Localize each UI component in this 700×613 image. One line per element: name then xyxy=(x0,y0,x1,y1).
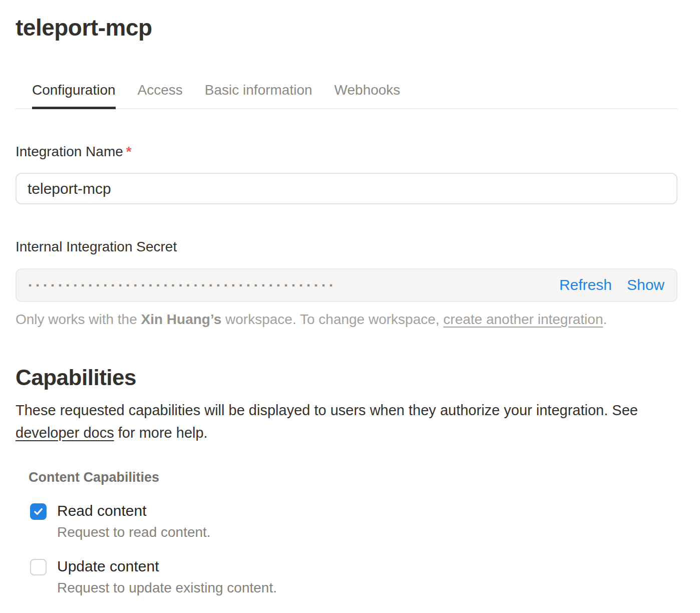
required-asterisk: * xyxy=(126,144,132,159)
refresh-secret-button[interactable]: Refresh xyxy=(559,276,612,294)
checked-checkbox[interactable] xyxy=(30,503,47,520)
workspace-helper-text: Only works with the Xin Huang’s workspac… xyxy=(16,311,677,329)
capability-section-heading: Content Capabilities xyxy=(29,469,677,485)
helper-middle: workspace. To change workspace, xyxy=(221,312,443,327)
tab-basic-information[interactable]: Basic information xyxy=(205,82,312,109)
unchecked-checkbox[interactable] xyxy=(30,559,47,575)
capabilities-description: These requested capabilities will be dis… xyxy=(16,399,677,444)
helper-prefix: Only works with the xyxy=(16,312,141,327)
capability-item: Read contentRequest to read content. xyxy=(30,502,677,541)
show-secret-button[interactable]: Show xyxy=(627,276,664,294)
integration-name-label-text: Integration Name xyxy=(16,144,123,159)
integration-secret-field[interactable]: ▪▪▪▪▪▪▪▪▪▪▪▪▪▪▪▪▪▪▪▪▪▪▪▪▪▪▪▪▪▪▪▪▪▪▪▪▪▪▪▪… xyxy=(16,268,677,302)
developer-docs-link[interactable]: developer docs xyxy=(16,425,114,441)
capabilities-description-suffix: for more help. xyxy=(114,425,208,441)
integration-name-input[interactable] xyxy=(16,173,677,204)
capability-item-label: Read content xyxy=(57,502,211,520)
capability-item-text: Read contentRequest to read content. xyxy=(57,502,211,541)
workspace-name: Xin Huang’s xyxy=(141,312,222,327)
capabilities-description-text: These requested capabilities will be dis… xyxy=(16,402,638,418)
secret-actions: Refresh Show xyxy=(549,276,664,294)
integration-settings-page: teleport-mcp ConfigurationAccessBasic in… xyxy=(0,0,700,613)
page-title: teleport-mcp xyxy=(16,14,677,42)
tab-configuration[interactable]: Configuration xyxy=(32,82,116,109)
capability-item-description: Request to update existing content. xyxy=(57,579,277,596)
capabilities-heading: Capabilities xyxy=(16,365,677,391)
capabilities-sections: Content CapabilitiesRead contentRequest … xyxy=(16,469,677,613)
capability-item-label: Update content xyxy=(57,557,277,575)
capability-item-description: Request to read content. xyxy=(57,524,211,541)
integration-name-label: Integration Name* xyxy=(16,143,677,160)
integration-secret-label: Internal Integration Secret xyxy=(16,238,677,255)
masked-secret-value: ▪▪▪▪▪▪▪▪▪▪▪▪▪▪▪▪▪▪▪▪▪▪▪▪▪▪▪▪▪▪▪▪▪▪▪▪▪▪▪▪… xyxy=(29,280,337,290)
tab-bar: ConfigurationAccessBasic informationWebh… xyxy=(16,82,677,109)
helper-suffix: . xyxy=(603,312,607,327)
capability-item: Update contentRequest to update existing… xyxy=(30,557,677,596)
checkmark-icon xyxy=(33,506,44,517)
capability-item-text: Update contentRequest to update existing… xyxy=(57,557,277,596)
tab-access[interactable]: Access xyxy=(138,82,183,109)
tab-webhooks[interactable]: Webhooks xyxy=(334,82,401,109)
create-another-integration-link[interactable]: create another integration xyxy=(443,312,603,327)
